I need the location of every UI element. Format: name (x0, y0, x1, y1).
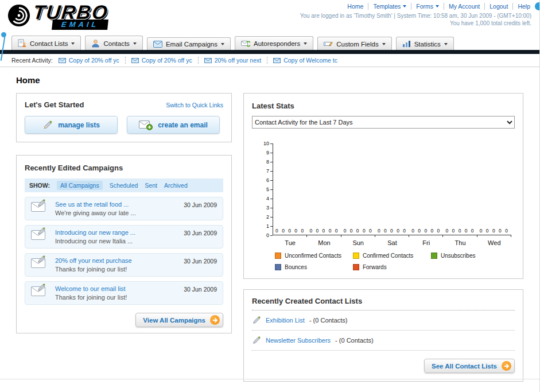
campaign-title-link[interactable]: Welcome to our email list (55, 285, 127, 292)
campaign-subtitle: Thanks for joining our list! (55, 266, 132, 273)
campaign-row[interactable]: Introducing our new range ... Introducin… (25, 225, 223, 249)
campaign-title-link[interactable]: See us at the retail food ... (55, 201, 136, 208)
nav-tab-statistics[interactable]: Statistics (396, 37, 454, 50)
legend-label: Bounces (285, 264, 307, 270)
recent-activity-link: Copy of 20% off yc (69, 57, 119, 64)
campaign-subtitle: We're giving away our late ... (55, 209, 136, 216)
top-link-logout[interactable]: Logout (485, 3, 513, 10)
top-link-forms[interactable]: Forms (411, 3, 444, 10)
contact-list-detail: - (0 Contacts) (335, 337, 374, 344)
recent-activity-bar: Recent Activity: Copy of 20% off yc Copy… (0, 54, 539, 67)
recently-created-contact-lists-panel: Recently Created Contact Lists Exhibitio… (243, 289, 523, 382)
chart-value-labels: 0 0 0 0 0 (341, 228, 375, 234)
legend-label: Forwards (363, 264, 387, 270)
top-link-my-account[interactable]: My Account (444, 3, 485, 10)
contact-list-row[interactable]: Newsletter Subscribers - (0 Contacts) (252, 331, 515, 351)
chart-groups: 0 0 0 0 0Tue0 0 0 0 0Mon0 0 0 0 0Sun0 0 … (273, 143, 511, 235)
contacts-icon (91, 39, 100, 48)
contact-list-name-link[interactable]: Newsletter Subscribers (266, 337, 331, 344)
chart-value-labels: 0 0 0 0 0 (477, 228, 511, 234)
nav-tab-email-campaigns[interactable]: Email Campaigns (147, 37, 231, 50)
legend-swatch (353, 253, 359, 259)
legend-item: Unconfirmed Contacts (275, 253, 353, 259)
contact-list-row[interactable]: Exhibition List - (0 Contacts) (252, 311, 515, 331)
chart-value-labels: 0 0 0 0 0 (307, 228, 341, 234)
top-link-help[interactable]: Help (513, 3, 531, 10)
nav-tab-label: Custom Fields (336, 41, 379, 48)
statistics-icon (402, 40, 411, 48)
pencil-icon (42, 120, 53, 130)
logo-text: TURBO EMAIL (33, 2, 108, 30)
stats-period-select[interactable]: Contact Activity for the Last 7 Days (252, 116, 515, 129)
nav-tab-contacts[interactable]: Contacts (85, 36, 142, 50)
filter-archived[interactable]: Archived (164, 182, 188, 189)
caret-down-icon (382, 43, 386, 45)
filter-sent[interactable]: Sent (145, 182, 157, 189)
envelope-pencil-icon (31, 285, 49, 301)
contact-list-name-link[interactable]: Exhibition List (266, 317, 305, 324)
nav-tab-autoresponders[interactable]: Autoresponders (235, 36, 313, 50)
manage-lists-label: manage lists (58, 121, 100, 129)
chart-plot: 0 0 0 0 0Tue0 0 0 0 0Mon0 0 0 0 0Sun0 0 … (273, 143, 511, 235)
filter-all-campaigns[interactable]: All Campaigns (57, 181, 103, 190)
caret-down-icon (436, 5, 439, 7)
turbo-email-logo[interactable]: TURBO EMAIL (7, 2, 108, 30)
caret-down-icon (304, 42, 307, 45)
see-all-contact-lists-button[interactable]: See All Contact Lists (424, 359, 515, 373)
view-all-campaigns-button[interactable]: View All Campaigns (135, 313, 223, 327)
manage-lists-button[interactable]: manage lists (25, 116, 118, 134)
chart-group: 0 0 0 0 0Thu (443, 143, 477, 235)
page-bottom-divider (0, 379, 539, 379)
view-all-campaigns-label: View All Campaigns (143, 317, 205, 324)
nav-tab-label: Autoresponders (254, 40, 300, 47)
campaign-row[interactable]: See us at the retail food ... We're givi… (25, 197, 223, 220)
campaign-subtitle: Introducing our new Italia ... (55, 238, 135, 244)
campaign-date: 30 Jun 2009 (184, 201, 217, 208)
campaigns-panel-title: Recently Edited Campaigns (25, 164, 123, 172)
recent-activity-item[interactable]: Copy of 20% off yc (59, 57, 126, 64)
create-an-email-button[interactable]: create an email (127, 116, 220, 134)
logo-title: TURBO (32, 2, 109, 22)
header: TURBO EMAIL Home Templates Forms My Acco… (0, 0, 539, 33)
x-axis-label: Sun (341, 239, 375, 246)
see-all-contact-lists-label: See All Contact Lists (432, 363, 497, 370)
chart-group: 0 0 0 0 0Sat (375, 143, 409, 235)
campaign-row[interactable]: 20% off your next purchase Thanks for jo… (25, 253, 223, 277)
custom-fields-icon (324, 40, 333, 48)
top-links: Home Templates Forms My Account Logout H… (300, 3, 531, 10)
logo-swirl-icon (7, 3, 31, 28)
campaign-date: 30 Jun 2009 (184, 258, 217, 265)
logo-subtitle: EMAIL (52, 20, 108, 30)
caret-down-icon (133, 42, 137, 45)
left-column: Let's Get Started Switch to Quick Links … (16, 93, 232, 333)
pencil-icon (252, 336, 261, 345)
envelope-icon (131, 58, 139, 63)
recent-activity-item[interactable]: Copy of Welcome tc (273, 57, 343, 64)
envelope-pencil-icon (31, 257, 49, 273)
chart-value-labels: 0 0 0 0 0 (375, 228, 409, 234)
nav-tab-label: Contacts (103, 40, 129, 47)
recent-activity-label: Recent Activity: (11, 57, 53, 64)
filter-scheduled[interactable]: Scheduled (110, 182, 138, 189)
top-link-templates[interactable]: Templates (368, 3, 411, 10)
switch-to-quick-links[interactable]: Switch to Quick Links (166, 102, 223, 108)
nav-tab-custom-fields[interactable]: Custom Fields (317, 37, 392, 50)
envelope-pencil-icon (31, 229, 49, 244)
legend-item: Unsubscribes (431, 253, 509, 259)
legend-swatch (275, 264, 281, 270)
recent-activity-link: Copy of Welcome tc (283, 57, 337, 64)
chart-group: 0 0 0 0 0Mon (307, 143, 341, 235)
campaign-title-link[interactable]: Introducing our new range ... (55, 229, 135, 236)
top-link-home[interactable]: Home (343, 3, 368, 10)
nav-tab-contact-lists[interactable]: Contact Lists (11, 36, 81, 50)
campaign-title-link[interactable]: 20% off your next purchase (55, 257, 132, 264)
recent-activity-item[interactable]: Copy of 20% off yc (131, 57, 199, 64)
top-link-label: Home (347, 3, 363, 10)
header-right: Home Templates Forms My Account Logout H… (300, 3, 531, 26)
recent-activity-item[interactable]: 20% off your next (204, 57, 268, 64)
pencil-icon (252, 316, 261, 325)
contact-lists-panel-title: Recently Created Contact Lists (252, 297, 515, 311)
legend-item: Confirmed Contacts (353, 253, 431, 259)
campaign-row[interactable]: Welcome to our email list Thanks for joi… (25, 281, 223, 305)
caret-down-icon (403, 5, 406, 7)
